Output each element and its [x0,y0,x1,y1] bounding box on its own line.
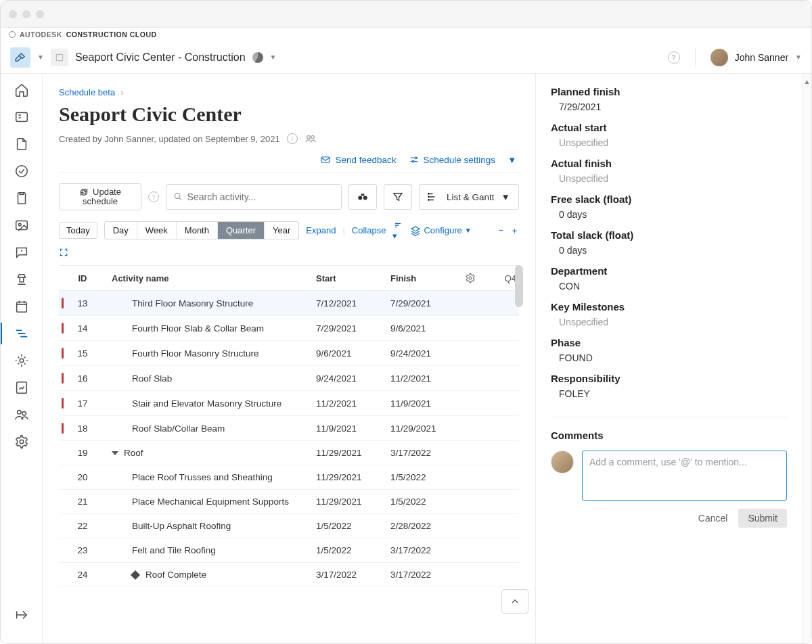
nav-submittals-icon[interactable] [14,271,30,288]
nav-photos-icon[interactable] [14,217,30,233]
close-window-dot[interactable] [9,10,17,18]
search-activity[interactable] [166,184,342,210]
product-switcher-button[interactable] [10,47,30,68]
row-id: 22 [66,521,99,531]
col-settings[interactable] [465,273,492,283]
table-header: ID Activity name Start Finish Q4 [59,265,519,291]
update-schedule-button[interactable]: Update schedule [59,183,141,210]
nav-members-icon[interactable] [14,407,30,423]
configure-link[interactable]: Configure ▼ [410,225,471,236]
timescale-week[interactable]: Week [137,222,177,239]
table-row[interactable]: 13Third Floor Masonry Structure7/12/2021… [59,291,519,316]
row-name-cell[interactable]: Place Roof Trusses and Sheathing [99,472,316,482]
nav-settings-icon[interactable] [14,434,30,450]
table-row[interactable]: 14Fourth Floor Slab & Collar Beam7/29/20… [59,316,519,341]
table-row[interactable]: 19Roof11/29/20213/17/2022 [59,441,519,465]
nav-rfis-icon[interactable] [14,244,30,260]
table-row[interactable]: 23Felt and Tile Roofing1/5/20223/17/2022 [59,538,519,563]
nav-issues-icon[interactable] [14,163,30,179]
zoom-out-button[interactable]: − [498,225,503,235]
value-total-slack: 0 days [551,245,787,256]
nav-schedule-icon[interactable] [14,325,30,342]
nav-forms-icon[interactable] [14,190,30,206]
col-name[interactable]: Activity name [99,273,316,283]
send-feedback-link[interactable]: Send feedback [320,154,396,165]
user-avatar[interactable] [710,49,728,66]
table-row[interactable]: 24Roof Complete3/17/20223/17/2022 [59,563,519,587]
col-id[interactable]: ID [66,273,99,283]
maximize-window-dot[interactable] [36,10,44,18]
row-name-cell[interactable]: Stair and Elevator Masonry Structure [99,398,316,409]
sort-button[interactable]: ▾ [392,220,403,241]
comment-input[interactable]: Add a comment, use '@' to mention... [582,451,787,501]
vertical-scrollbar[interactable] [515,265,523,307]
nav-reports-icon[interactable] [14,380,30,396]
row-name-cell[interactable]: Felt and Tile Roofing [99,545,316,555]
nav-meetings-icon[interactable] [14,298,30,315]
info-icon[interactable]: i [287,133,298,144]
row-name-cell[interactable]: Fourth Floor Slab & Collar Beam [99,323,316,334]
row-name-cell[interactable]: Third Floor Masonry Structure [99,298,316,308]
table-row[interactable]: 17Stair and Elevator Masonry Structure11… [59,391,519,416]
brand-name-bottom: CONSTRUCTION CLOUD [66,30,157,39]
nav-home-icon[interactable] [14,82,30,98]
table-row[interactable]: 16Roof Slab9/24/202111/2/2021 [59,366,519,391]
nav-assets-icon[interactable] [14,352,30,369]
collapse-panel-button[interactable] [501,589,528,614]
product-switcher-caret-icon[interactable]: ▼ [37,53,44,61]
label-total-slack: Total slack (float) [551,229,787,241]
nav-collapse-icon[interactable] [14,607,30,623]
row-id: 15 [66,348,99,359]
help-icon[interactable]: ? [668,51,680,64]
submit-button[interactable]: Submit [738,509,787,528]
row-name-cell[interactable]: Roof Complete [99,570,316,580]
main-area: Schedule beta › Seaport Civic Center Cre… [43,74,802,643]
timescale-quarter[interactable]: Quarter [218,222,265,239]
timescale-month[interactable]: Month [177,222,218,239]
svg-point-10 [22,411,25,415]
zoom-in-button[interactable]: ＋ [510,225,519,237]
timescale-day[interactable]: Day [105,222,137,239]
user-name[interactable]: John Sanner [735,52,788,63]
project-dropdown-caret-icon[interactable]: ▼ [270,53,277,61]
nav-sheets-icon[interactable] [14,109,30,125]
svg-rect-6 [16,302,26,313]
view-mode-button[interactable]: List & Gantt ▼ [419,184,519,210]
filter-button[interactable] [384,184,412,210]
nav-files-icon[interactable] [14,136,30,152]
timescale-year[interactable]: Year [265,222,298,239]
find-button[interactable] [348,184,377,210]
toolbar-info-icon[interactable]: ? [148,191,159,202]
scroll-up-icon[interactable]: ▲ [804,78,811,85]
search-input[interactable] [187,191,334,202]
row-name-cell[interactable]: Fourth Floor Masonry Structure [99,348,316,359]
settings-caret-icon[interactable]: ▼ [508,155,516,165]
row-name-cell[interactable]: Roof Slab/Collar Beam [99,423,316,434]
table-row[interactable]: 20Place Roof Trusses and Sheathing11/29/… [59,465,519,490]
collapse-all-link[interactable]: Collapse [352,225,386,235]
user-menu-caret-icon[interactable]: ▼ [795,53,802,61]
row-name-cell[interactable]: Place Mechanical Equipment Supports [99,497,316,507]
table-row[interactable]: 22Built-Up Asphalt Roofing1/5/20222/28/2… [59,514,519,538]
row-name-cell[interactable]: Roof [99,448,316,458]
col-start[interactable]: Start [316,273,390,283]
timescale-group: Day Week Month Quarter Year [104,221,300,239]
cancel-button[interactable]: Cancel [698,513,728,524]
today-button[interactable]: Today [59,222,97,239]
table-row[interactable]: 21Place Mechanical Equipment Supports11/… [59,490,519,514]
expand-all-link[interactable]: Expand [306,225,336,235]
table-row[interactable]: 15Fourth Floor Masonry Structure9/6/2021… [59,341,519,366]
col-finish[interactable]: Finish [390,273,465,283]
members-icon[interactable] [304,133,317,145]
breadcrumb-schedule[interactable]: Schedule beta [59,87,115,97]
fullscreen-button[interactable] [59,248,68,257]
row-name-cell[interactable]: Built-Up Asphalt Roofing [99,521,316,531]
row-start: 1/5/2022 [316,545,390,555]
page-scrollbar[interactable]: ▲ [802,74,811,643]
group-toggle-icon[interactable] [112,451,118,455]
table-row[interactable]: 18Roof Slab/Collar Beam11/9/202111/29/20… [59,416,519,441]
project-title[interactable]: Seaport Civic Center - Construction [75,51,246,64]
row-name-cell[interactable]: Roof Slab [99,373,316,384]
schedule-settings-link[interactable]: Schedule settings [409,154,496,165]
minimize-window-dot[interactable] [22,10,30,18]
